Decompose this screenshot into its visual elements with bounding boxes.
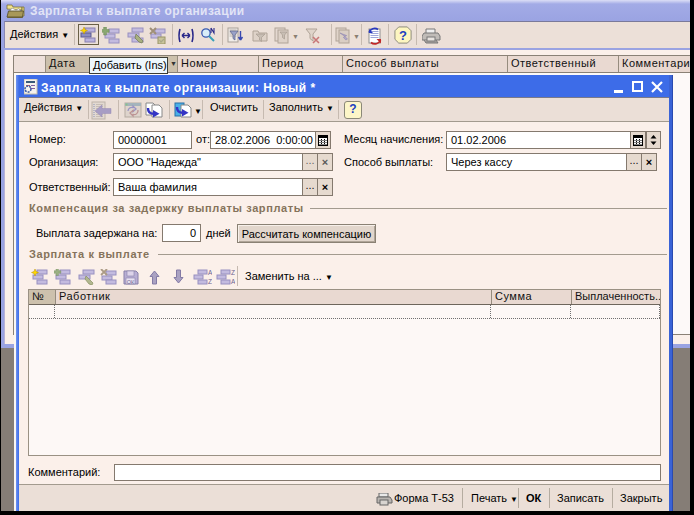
svg-text:Z: Z — [208, 278, 212, 285]
svg-text:A: A — [208, 269, 212, 276]
svg-text:ОК: ОК — [127, 279, 135, 285]
svg-text:?: ? — [399, 28, 407, 43]
svg-text:A: A — [231, 278, 235, 285]
svg-text:Z: Z — [231, 269, 235, 276]
